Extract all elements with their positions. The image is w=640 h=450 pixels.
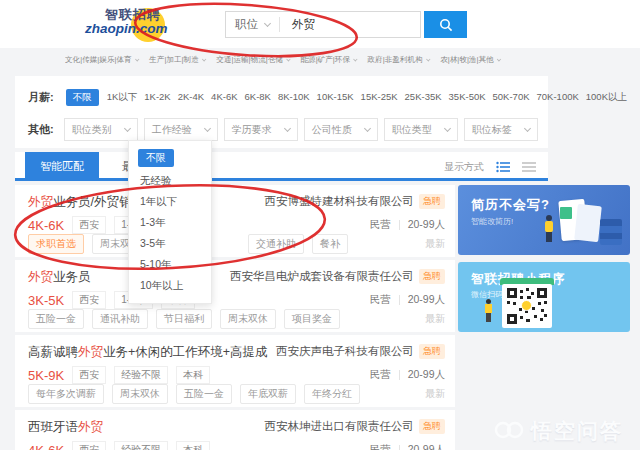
company-size: 20-99人 (408, 368, 445, 382)
chevron-down-icon (204, 124, 211, 131)
salary-filter-option[interactable]: 1K以下 (107, 91, 138, 104)
freshness-label: 最新 (425, 312, 445, 326)
salary-filter-option[interactable]: 100K以上 (586, 91, 627, 104)
experience-option[interactable]: 1-3年 (129, 212, 211, 233)
experience-option[interactable]: 1年以下 (129, 191, 211, 212)
other-filter-row: 其他: 职位类别工作经验学历要求公司性质职位类型职位标签 (28, 118, 540, 141)
job-tag: 五险一金 (28, 309, 84, 329)
salary-filter-option[interactable]: 4K-6K (211, 91, 237, 104)
person-illustration (485, 304, 492, 313)
salary-filter-option[interactable]: 6K-8K (245, 91, 271, 104)
company-name[interactable]: 西安华昌电炉成套设备有限责任公司 (230, 269, 414, 284)
experience-option-selected[interactable]: 不限 (138, 149, 174, 167)
banner-title: 简历不会写? (471, 196, 550, 214)
job-title-text: 业务员 (53, 270, 91, 284)
category-link-label: 生产|加工|制造 (149, 55, 199, 66)
tab-smart-match[interactable]: 智能匹配 (25, 152, 99, 181)
job-salary: 4K-6K (28, 218, 64, 233)
mini-program-banner[interactable]: 智联招聘小程序 微信扫码找工作 (458, 262, 630, 332)
search-icon (439, 18, 453, 32)
job-card[interactable]: 外贸业务员 西安华昌电炉成套设备有限责任公司 急聘 3K-5K 西安1-3年本科… (15, 260, 455, 332)
job-meta-item: 西安 (72, 216, 106, 234)
search-button[interactable] (424, 11, 467, 38)
chevron-down-icon (497, 57, 501, 61)
salary-filter-option[interactable]: 10K-15K (317, 91, 354, 104)
person-illustration (546, 232, 552, 242)
company-name[interactable]: 西安庆声电子科技有限公司 (276, 344, 414, 359)
list-view-icon[interactable] (496, 161, 510, 173)
job-tag: 项目奖金 (284, 309, 340, 329)
search-input[interactable]: 外贸 (280, 17, 420, 32)
job-tag-highlighted: 求职首选 (28, 234, 84, 254)
search-bar[interactable]: 职位 外贸 (225, 11, 421, 38)
document-illustration (574, 204, 602, 242)
job-tag: 通讯补助 (92, 309, 148, 329)
salary-filter-option[interactable]: 70K-100K (537, 91, 579, 104)
job-tag: 周末双休 (220, 309, 276, 329)
salary-filter-option[interactable]: 50K-70K (493, 91, 530, 104)
experience-dropdown-menu: 不限 无经验1年以下1-3年3-5年5-10年10年以上 (128, 140, 212, 304)
compact-view-icon[interactable] (522, 161, 536, 173)
job-title[interactable]: 外贸业务员/外贸销售 (28, 194, 144, 211)
job-tag: 节日福利 (156, 309, 212, 329)
experience-option[interactable]: 无经验 (129, 170, 211, 191)
salary-filter-option[interactable]: 8K-10K (278, 91, 310, 104)
job-salary: 5K-9K (28, 368, 64, 383)
filter-dropdown-职位标签[interactable]: 职位标签 (464, 118, 538, 141)
resume-help-banner[interactable]: 简历不会写? 智能改简历! (458, 185, 630, 255)
experience-option[interactable]: 5-10年 (129, 254, 211, 275)
category-link[interactable]: 能源|矿产|环保 (300, 55, 356, 66)
salary-filter-option[interactable]: 2K-4K (178, 91, 204, 104)
category-link-label: 能源|矿产|环保 (300, 55, 350, 66)
category-link-label: 农|林|牧|渔|其他 (440, 55, 493, 66)
salary-filter-option[interactable]: 1K-2K (144, 91, 170, 104)
divider (399, 220, 400, 230)
company-badge: 急聘 (419, 419, 445, 434)
divider (399, 445, 400, 450)
job-meta-item: 西安 (72, 291, 106, 309)
job-list: 外贸业务员/外贸销售 西安博盛特建材科技有限公司 急聘 4K-6K 西安1-3年… (15, 185, 455, 450)
company-size: 20-99人 (408, 443, 445, 450)
job-title[interactable]: 西班牙语外贸 (28, 419, 103, 436)
books-illustration (600, 219, 622, 245)
job-title[interactable]: 高薪诚聘外贸业务+休闲的工作环境+高提成 (28, 344, 268, 361)
filter-dropdown-学历要求[interactable]: 学历要求 (224, 118, 298, 141)
salary-filter-option[interactable]: 15K-25K (361, 91, 398, 104)
job-card[interactable]: 西班牙语外贸 西安林坤进出口有限责任公司 急聘 4K-6K 西安经验不限本科 民… (15, 410, 455, 450)
company-name[interactable]: 西安林坤进出口有限责任公司 (265, 419, 415, 434)
filter-dropdown-职位类别[interactable]: 职位类别 (64, 118, 138, 141)
filter-dropdown-职位类型[interactable]: 职位类型 (384, 118, 458, 141)
results-toolbar: 智能匹配 最新发布 显示方式 (15, 152, 548, 181)
salary-filter-label: 月薪: (28, 90, 54, 105)
search-category-label: 职位 (235, 17, 258, 32)
job-card[interactable]: 外贸业务员/外贸销售 西安博盛特建材科技有限公司 急聘 4K-6K 西安1-3年… (15, 185, 455, 257)
filter-dropdown-工作经验[interactable]: 工作经验 (144, 118, 218, 141)
job-title-text: 业务+休闲的工作环境+高提成 (103, 345, 268, 359)
company-size: 20-99人 (408, 218, 445, 232)
search-category-select[interactable]: 职位 (226, 17, 279, 32)
experience-option[interactable]: 10年以上 (129, 275, 211, 296)
company-type: 民营 (370, 368, 391, 382)
job-salary: 3K-5K (28, 293, 64, 308)
salary-filter-option[interactable]: 25K-35K (405, 91, 442, 104)
category-link[interactable]: 农|林|牧|渔|其他 (440, 55, 500, 66)
category-link[interactable]: 生产|加工|制造 (149, 55, 205, 66)
freshness-label: 最新 (425, 237, 445, 251)
salary-filter-selected[interactable]: 不限 (66, 89, 99, 106)
company-name[interactable]: 西安博盛特建材科技有限公司 (265, 194, 415, 209)
freshness-label: 最新 (425, 387, 445, 401)
category-link[interactable]: 交通|运输|物流|仓储 (216, 55, 290, 66)
job-title[interactable]: 外贸业务员 (28, 269, 91, 286)
experience-option[interactable]: 3-5年 (129, 233, 211, 254)
category-link[interactable]: 文化|传媒|娱乐|体育 (65, 55, 139, 66)
qr-logo-dot-icon (521, 300, 532, 311)
job-tag: 餐补 (312, 234, 348, 254)
job-meta-item: 西安 (72, 366, 106, 384)
filter-dropdown-公司性质[interactable]: 公司性质 (304, 118, 378, 141)
divider (399, 295, 400, 305)
job-card[interactable]: 高薪诚聘外贸业务+休闲的工作环境+高提成 西安庆声电子科技有限公司 急聘 5K-… (15, 335, 455, 407)
salary-filter-option[interactable]: 35K-50K (449, 91, 486, 104)
chevron-down-icon (202, 57, 206, 61)
zhaopin-logo[interactable]: 智联招聘 zhaopin.com (85, 4, 180, 46)
category-link[interactable]: 政府|非盈利机构 (367, 55, 429, 66)
